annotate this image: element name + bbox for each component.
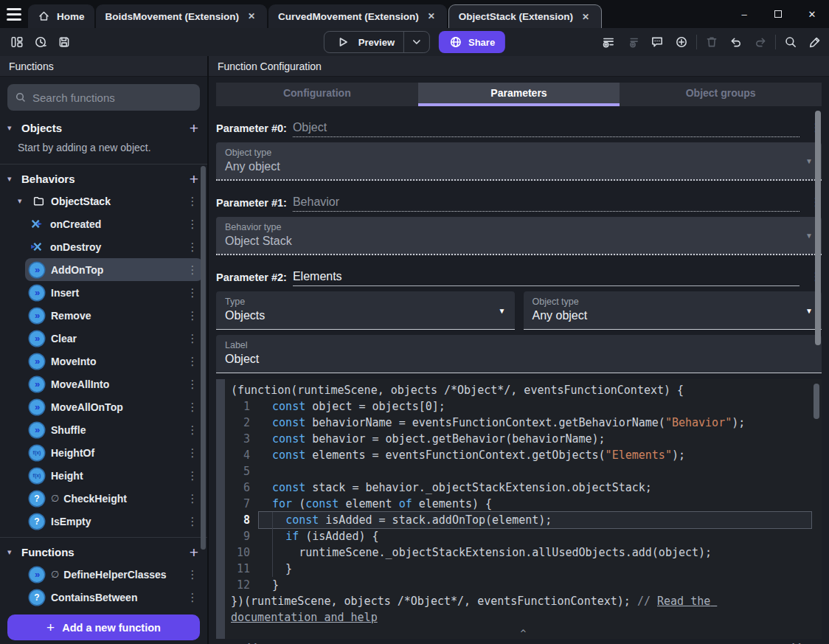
project-manager-icon[interactable] xyxy=(7,32,27,52)
item-menu-dots[interactable]: ⋮ xyxy=(187,492,198,505)
javascript-code-editor[interactable]: (function(runtimeScene, objects /*Object… xyxy=(225,379,822,639)
search-functions-box[interactable] xyxy=(7,84,200,111)
line-number: 10 xyxy=(225,544,259,561)
dropdown-arrow-icon: ▼ xyxy=(805,157,813,165)
item-menu-dots[interactable]: ⋮ xyxy=(187,423,198,437)
parameter-name-field[interactable]: Behavior xyxy=(293,195,799,212)
objects-section-label: Objects xyxy=(21,122,184,134)
sidebar-item-containsbetween[interactable]: ?ContainsBetween⋮ xyxy=(25,586,203,609)
close-tab-icon[interactable]: ✕ xyxy=(580,10,592,24)
collapse-triangle-icon[interactable]: ▾ xyxy=(18,196,27,206)
tab-label: ObjectStack (Extension) xyxy=(459,11,573,22)
hamburger-menu-icon[interactable] xyxy=(0,0,28,28)
item-label: Clear xyxy=(51,333,180,344)
field-value: Any object xyxy=(225,160,813,173)
maximize-icon[interactable] xyxy=(761,9,795,20)
minimize-icon[interactable]: – xyxy=(727,9,761,20)
search-functions-input[interactable] xyxy=(32,91,192,104)
sidebar-item-oncreated[interactable]: onCreated⋮ xyxy=(25,212,203,235)
collapse-code-caret[interactable]: ^ xyxy=(225,626,822,639)
item-menu-dots[interactable]: ⋮ xyxy=(187,240,198,254)
select-behavior-type: Behavior typeObject Stack▼ xyxy=(216,217,822,255)
item-menu-dots[interactable]: ⋮ xyxy=(187,218,198,231)
main-scrollbar[interactable] xyxy=(815,111,821,345)
save-icon[interactable] xyxy=(55,32,74,52)
item-menu-dots[interactable]: ⋮ xyxy=(187,378,198,391)
close-icon[interactable]: ✕ xyxy=(795,9,829,20)
tab-object-groups[interactable]: Object groups xyxy=(620,83,822,106)
item-label: onDestroy xyxy=(50,241,180,253)
collapse-triangle-icon[interactable]: ▾ xyxy=(7,174,16,184)
item-menu-dots[interactable]: ⋮ xyxy=(187,515,198,528)
line-number: 8 xyxy=(225,512,259,528)
item-menu-dots[interactable]: ⋮ xyxy=(187,286,198,300)
add-object-button[interactable]: + xyxy=(190,120,198,136)
sidebar-item-height[interactable]: f(x)Height⋮ xyxy=(25,464,203,487)
history-icon[interactable] xyxy=(31,32,50,52)
add-circle-icon[interactable] xyxy=(672,32,691,52)
tab-objectstack-extension[interactable]: ObjectStack (Extension)✕ xyxy=(448,4,602,28)
share-button-label: Share xyxy=(468,37,495,48)
sidebar-item-isempty[interactable]: ?IsEmpty⋮ xyxy=(25,510,203,533)
item-menu-dots[interactable]: ⋮ xyxy=(187,401,198,414)
sidebar-item-shuffle[interactable]: »Shuffle⋮ xyxy=(25,418,203,441)
add-event-icon[interactable] xyxy=(599,32,618,52)
add-behavior-button[interactable]: + xyxy=(190,171,198,187)
item-menu-dots[interactable]: ⋮ xyxy=(187,263,198,277)
collapse-triangle-icon[interactable]: ▾ xyxy=(7,547,16,557)
tab-configuration[interactable]: Configuration xyxy=(216,83,418,106)
parameter-name-field[interactable]: Object xyxy=(293,121,799,137)
item-menu-dots[interactable]: ⋮ xyxy=(187,568,198,581)
tab-curvedmovement-extension[interactable]: CurvedMovement (Extension)✕ xyxy=(268,4,447,28)
line-number: 3 xyxy=(225,431,259,447)
collapse-triangle-icon[interactable]: ▾ xyxy=(7,123,16,133)
code-line-7: 7 for (const element of elements) { xyxy=(225,496,822,512)
preview-button[interactable]: Preview xyxy=(324,31,430,53)
close-tab-icon[interactable]: ✕ xyxy=(246,10,257,23)
select-label[interactable]: LabelObject xyxy=(216,335,822,373)
main-title: Function Configuration xyxy=(218,60,322,72)
item-menu-dots[interactable]: ⋮ xyxy=(187,446,198,460)
share-button[interactable]: Share xyxy=(439,31,505,53)
code-editor-scrollbar[interactable] xyxy=(814,384,819,419)
sidebar-item-moveinto[interactable]: »MoveInto⋮ xyxy=(25,350,203,373)
action-icon: » xyxy=(30,308,44,323)
add-comment-icon[interactable] xyxy=(648,32,667,52)
sidebar-item-addontop[interactable]: »AddOnTop⋮ xyxy=(25,258,203,281)
select-object-type[interactable]: Object typeAny object▼ xyxy=(524,291,822,330)
sidebar-item-moveallinto[interactable]: »MoveAllInto⋮ xyxy=(25,373,203,395)
tab-boidsmovement-extension[interactable]: BoidsMovement (Extension)✕ xyxy=(96,4,268,28)
parameter-name-field[interactable]: Elements xyxy=(293,270,799,286)
code-editor-drag-handle[interactable] xyxy=(216,379,225,639)
item-menu-dots[interactable]: ⋮ xyxy=(187,355,198,368)
item-menu-dots[interactable]: ⋮ xyxy=(187,469,198,482)
tab-parameters[interactable]: Parameters xyxy=(418,83,620,106)
item-label: ContainsBetween xyxy=(51,592,180,603)
sidebar-item-remove[interactable]: »Remove⋮ xyxy=(25,304,203,327)
preview-dropdown-button[interactable] xyxy=(404,36,429,48)
undo-icon[interactable] xyxy=(726,32,746,52)
item-menu-dots[interactable]: ⋮ xyxy=(187,591,198,604)
add-new-function-button[interactable]: + Add a new function xyxy=(7,614,200,640)
sidebar-item-heightof[interactable]: f(x)HeightOf⋮ xyxy=(25,441,203,464)
sidebar-scrollbar[interactable] xyxy=(201,166,206,550)
behaviors-section-label: Behaviors xyxy=(21,173,184,185)
action-icon: » xyxy=(30,285,44,300)
search-icon[interactable] xyxy=(781,32,800,52)
sidebar-item-ondestroy[interactable]: onDestroy⋮ xyxy=(25,235,203,258)
sidebar-item-checkheight[interactable]: ?∅CheckHeight⋮ xyxy=(25,487,203,510)
sidebar-item-definehelperclasses[interactable]: »∅DefineHelperClasses⋮ xyxy=(25,563,203,586)
edit-icon[interactable] xyxy=(805,32,825,52)
item-menu-dots[interactable]: ⋮ xyxy=(187,309,198,322)
select-type[interactable]: TypeObjects▼ xyxy=(216,291,515,330)
close-tab-icon[interactable]: ✕ xyxy=(426,10,437,23)
group-menu-dots[interactable]: ⋮ xyxy=(187,195,198,208)
behavior-group-objectstack[interactable]: ▾ ObjectStack ⋮ xyxy=(0,190,207,212)
add-free-function-button[interactable]: + xyxy=(190,544,198,560)
sidebar-item-moveallontop[interactable]: »MoveAllOnTop⋮ xyxy=(25,395,203,418)
item-menu-dots[interactable]: ⋮ xyxy=(187,332,198,345)
tab-home[interactable]: Home xyxy=(28,4,94,28)
sidebar-item-insert[interactable]: »Insert⋮ xyxy=(25,281,203,304)
item-label: MoveAllOnTop xyxy=(51,401,180,413)
sidebar-item-clear[interactable]: »Clear⋮ xyxy=(25,327,203,350)
